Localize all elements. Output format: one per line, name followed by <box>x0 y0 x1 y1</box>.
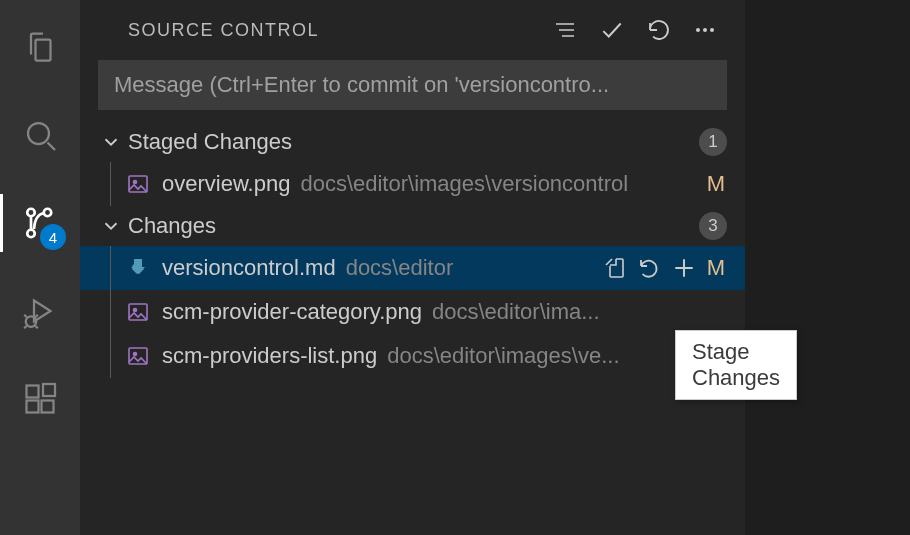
run-debug-icon[interactable] <box>0 282 80 340</box>
file-status: M <box>705 171 727 197</box>
source-control-panel: SOURCE CONTROL Staged Changes 1 <box>80 0 745 535</box>
commit-message-section <box>80 60 745 110</box>
image-file-icon <box>126 300 152 324</box>
source-control-badge: 4 <box>40 224 66 250</box>
stage-changes-icon[interactable] <box>671 255 697 281</box>
svg-point-10 <box>703 28 707 32</box>
svg-rect-7 <box>42 401 54 413</box>
group-label: Changes <box>128 213 699 239</box>
staged-changes-header[interactable]: Staged Changes 1 <box>80 122 745 162</box>
svg-point-11 <box>710 28 714 32</box>
svg-point-13 <box>134 181 137 184</box>
view-as-tree-icon[interactable] <box>553 18 577 42</box>
panel-title: SOURCE CONTROL <box>128 20 319 41</box>
panel-actions <box>553 17 717 43</box>
file-row[interactable]: overview.png docs\editor\images\versionc… <box>80 162 745 206</box>
markdown-file-icon <box>126 256 152 280</box>
activity-bar: 4 <box>0 0 80 535</box>
file-name: scm-provider-category.png <box>162 299 422 325</box>
commit-icon[interactable] <box>599 17 625 43</box>
svg-point-9 <box>696 28 700 32</box>
discard-changes-icon[interactable] <box>637 256 661 280</box>
svg-point-2 <box>27 209 35 217</box>
tooltip: Stage Changes <box>675 330 797 400</box>
file-status: M <box>705 255 727 281</box>
source-control-icon[interactable]: 4 <box>0 194 80 252</box>
file-path: docs\editor\images\versioncontrol <box>300 171 628 197</box>
commit-message-input[interactable] <box>98 60 727 110</box>
file-row-actions <box>603 255 697 281</box>
extensions-icon[interactable] <box>0 370 80 428</box>
chevron-down-icon <box>100 215 122 237</box>
file-path: docs\editor <box>346 255 454 281</box>
file-path: docs\editor\images\ve... <box>387 343 619 369</box>
file-row[interactable]: scm-providers-list.png docs\editor\image… <box>80 334 745 378</box>
file-row[interactable]: versioncontrol.md docs\editor M <box>80 246 745 290</box>
count-badge: 3 <box>699 212 727 240</box>
search-icon[interactable] <box>0 106 80 164</box>
image-file-icon <box>126 344 152 368</box>
changes-header[interactable]: Changes 3 <box>80 206 745 246</box>
svg-point-3 <box>27 230 35 238</box>
svg-rect-6 <box>27 401 39 413</box>
panel-header: SOURCE CONTROL <box>80 0 745 60</box>
chevron-down-icon <box>100 131 122 153</box>
refresh-icon[interactable] <box>647 18 671 42</box>
editor-area <box>745 0 910 535</box>
svg-point-0 <box>28 123 49 144</box>
image-file-icon <box>126 172 152 196</box>
file-row[interactable]: scm-provider-category.png docs\editor\im… <box>80 290 745 334</box>
changes-tree: Staged Changes 1 overview.png docs\edito… <box>80 122 745 378</box>
explorer-icon[interactable] <box>0 18 80 76</box>
svg-point-1 <box>44 209 52 217</box>
count-badge: 1 <box>699 128 727 156</box>
open-file-icon[interactable] <box>603 256 627 280</box>
file-name: versioncontrol.md <box>162 255 336 281</box>
svg-point-18 <box>134 353 137 356</box>
file-path: docs\editor\ima... <box>432 299 600 325</box>
staged-files-list: overview.png docs\editor\images\versionc… <box>80 162 745 206</box>
file-name: scm-providers-list.png <box>162 343 377 369</box>
svg-rect-8 <box>43 384 55 396</box>
more-actions-icon[interactable] <box>693 18 717 42</box>
changes-files-list: versioncontrol.md docs\editor M <box>80 246 745 378</box>
file-name: overview.png <box>162 171 290 197</box>
svg-rect-5 <box>27 386 39 398</box>
group-label: Staged Changes <box>128 129 699 155</box>
svg-point-16 <box>134 309 137 312</box>
